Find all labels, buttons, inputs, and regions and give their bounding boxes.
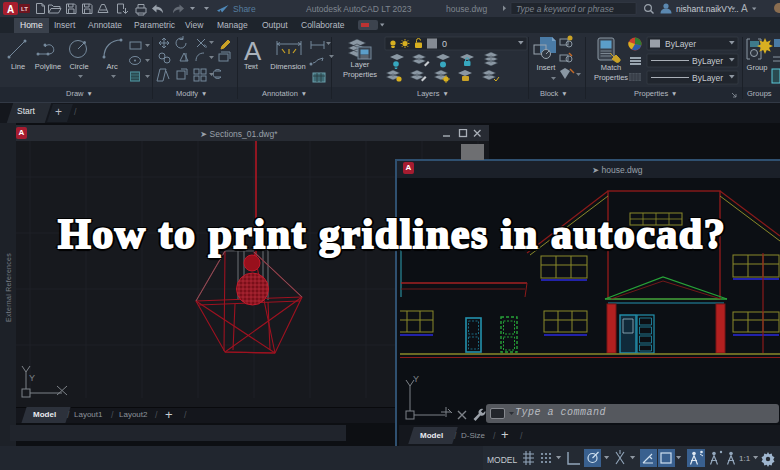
svg-text:Y: Y [413, 374, 419, 384]
svg-text:ByLayer: ByLayer [665, 39, 696, 49]
svg-text:A: A [244, 36, 262, 66]
svg-text:nishant.naikVY...: nishant.naikVY... [676, 4, 739, 14]
svg-text:ByLayer: ByLayer [692, 73, 723, 83]
svg-text:0: 0 [442, 39, 447, 49]
svg-text:LT: LT [21, 6, 28, 12]
svg-text:house.dwg: house.dwg [446, 4, 487, 14]
svg-text:Share: Share [233, 4, 256, 14]
svg-text:A: A [7, 4, 14, 15]
svg-text:Y: Y [29, 373, 35, 383]
svg-text:A: A [741, 3, 748, 14]
svg-text:Type a keyword or phrase: Type a keyword or phrase [516, 4, 614, 14]
svg-text:ByLayer: ByLayer [692, 56, 723, 66]
svg-text:1:1: 1:1 [739, 454, 751, 463]
svg-text:Autodesk AutoCAD LT 2023: Autodesk AutoCAD LT 2023 [306, 4, 412, 14]
